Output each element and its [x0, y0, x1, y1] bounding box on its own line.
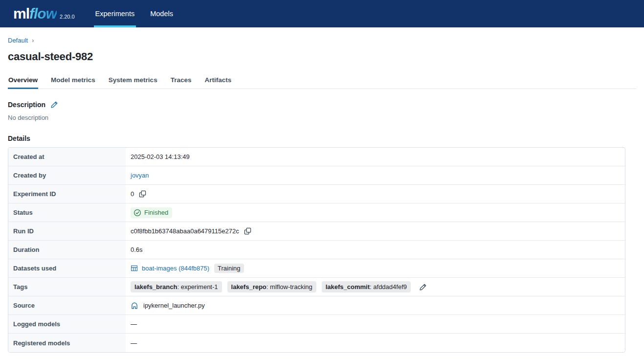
run-tabs: Overview Model metrics System metrics Tr… — [8, 76, 636, 89]
row-label: Logged models — [8, 315, 126, 333]
breadcrumb-link-default[interactable]: Default — [8, 37, 28, 44]
created-by-value: jovyan — [126, 166, 625, 184]
tab-model-metrics[interactable]: Model metrics — [50, 76, 96, 89]
edit-tags-button[interactable] — [419, 283, 427, 291]
row-run-id: Run ID c0f8fbb1b63748abaa0a6479115e272c — [8, 222, 625, 241]
row-logged-models: Logged models — — [8, 315, 625, 334]
datasets-value: boat-images (844fb875) Training — [126, 259, 625, 277]
status-badge: Finished — [131, 207, 172, 218]
navbar-tab-experiments[interactable]: Experiments — [95, 0, 135, 27]
experiment-id-value: 0 — [126, 185, 625, 203]
dataset-context-chip: Training — [214, 264, 244, 273]
registered-models-value: — — [126, 334, 625, 352]
row-label: Tags — [8, 278, 126, 296]
navbar-tab-models[interactable]: Models — [150, 0, 173, 27]
tab-artifacts[interactable]: Artifacts — [204, 76, 232, 89]
logo-flow-text: flow — [29, 5, 57, 22]
main-content: Default › casual-steed-982 Overview Mode… — [0, 37, 644, 353]
row-created-at: Created at 2025-02-03 14:13:49 — [8, 148, 625, 166]
details-heading: Details — [8, 135, 636, 142]
tag-chip: lakefs_branch: experiment-1 — [131, 281, 222, 292]
tag-chip: lakefs_repo: mlflow-tracking — [227, 281, 316, 292]
description-heading-label: Description — [8, 101, 45, 109]
row-status: Status Finished — [8, 203, 625, 222]
row-label: Duration — [8, 241, 126, 259]
row-label: Source — [8, 296, 126, 314]
duration-value: 0.6s — [126, 241, 625, 259]
logged-models-value: — — [126, 315, 625, 333]
run-id-value: c0f8fbb1b63748abaa0a6479115e272c — [126, 222, 625, 240]
row-source: Source ipykernel_launcher.py — [8, 296, 625, 315]
row-label: Created at — [8, 148, 126, 166]
row-label: Datasets used — [8, 259, 126, 277]
status-text: Finished — [144, 209, 168, 216]
row-tags: Tags lakefs_branch: experiment-1 lakefs_… — [8, 278, 625, 296]
source-text: ipykernel_launcher.py — [143, 302, 205, 309]
pencil-icon — [50, 101, 58, 109]
description-heading: Description — [8, 101, 636, 109]
tag-value: afddad4fef9 — [373, 283, 407, 291]
row-duration: Duration 0.6s — [8, 241, 625, 259]
version-label: 2.20.0 — [60, 14, 75, 22]
description-empty-text: No description — [8, 114, 636, 121]
tab-system-metrics[interactable]: System metrics — [108, 76, 158, 89]
created-by-link[interactable]: jovyan — [131, 172, 149, 179]
check-circle-icon — [133, 209, 141, 217]
page-title: casual-steed-982 — [8, 50, 636, 63]
dataset-link[interactable]: boat-images (844fb875) — [142, 265, 209, 272]
tab-traces[interactable]: Traces — [170, 76, 192, 89]
row-label: Registered models — [8, 334, 126, 352]
tag-chip: lakefs_commit: afddad4fef9 — [322, 281, 411, 292]
navbar-tabs: Experiments Models — [88, 0, 181, 27]
tag-key: lakefs_branch — [134, 283, 177, 291]
copy-icon — [244, 227, 251, 235]
tag-value: mlflow-tracking — [270, 283, 312, 291]
logo-wrap: mlflow 2.20.0 — [13, 0, 75, 27]
logo-ml-text: ml — [13, 5, 29, 22]
dataset-table-icon — [131, 265, 138, 272]
row-label: Created by — [8, 166, 126, 184]
edit-description-button[interactable] — [50, 101, 58, 109]
status-value: Finished — [126, 203, 625, 222]
tag-key: lakefs_repo — [231, 283, 266, 291]
source-value: ipykernel_launcher.py — [126, 296, 625, 314]
row-label: Run ID — [8, 222, 126, 240]
notebook-home-icon — [131, 302, 138, 310]
tags-value: lakefs_branch: experiment-1 lakefs_repo:… — [126, 278, 625, 296]
tag-key: lakefs_commit — [326, 283, 370, 291]
tag-separator: : — [266, 283, 270, 291]
row-registered-models: Registered models — — [8, 334, 625, 352]
tag-separator: : — [177, 283, 180, 291]
run-id-text: c0f8fbb1b63748abaa0a6479115e272c — [131, 227, 239, 235]
row-experiment-id: Experiment ID 0 — [8, 185, 625, 203]
top-navbar: mlflow 2.20.0 Experiments Models — [0, 0, 644, 27]
pencil-icon — [419, 283, 427, 291]
row-label: Experiment ID — [8, 185, 126, 203]
copy-run-id-button[interactable] — [244, 227, 251, 235]
mlflow-logo[interactable]: mlflow 2.20.0 — [13, 5, 75, 22]
tab-overview[interactable]: Overview — [8, 76, 38, 89]
row-datasets-used: Datasets used boat-images (844fb875) Tra… — [8, 259, 625, 278]
experiment-id-text: 0 — [131, 190, 134, 198]
copy-icon — [139, 190, 146, 198]
details-table: Created at 2025-02-03 14:13:49 Created b… — [8, 147, 625, 353]
row-label: Status — [8, 203, 126, 222]
row-created-by: Created by jovyan — [8, 166, 625, 185]
chevron-right-icon: › — [32, 37, 34, 44]
created-at-value: 2025-02-03 14:13:49 — [126, 148, 625, 166]
copy-experiment-id-button[interactable] — [139, 190, 146, 198]
tag-value: experiment-1 — [181, 283, 218, 291]
breadcrumb: Default › — [8, 37, 636, 44]
